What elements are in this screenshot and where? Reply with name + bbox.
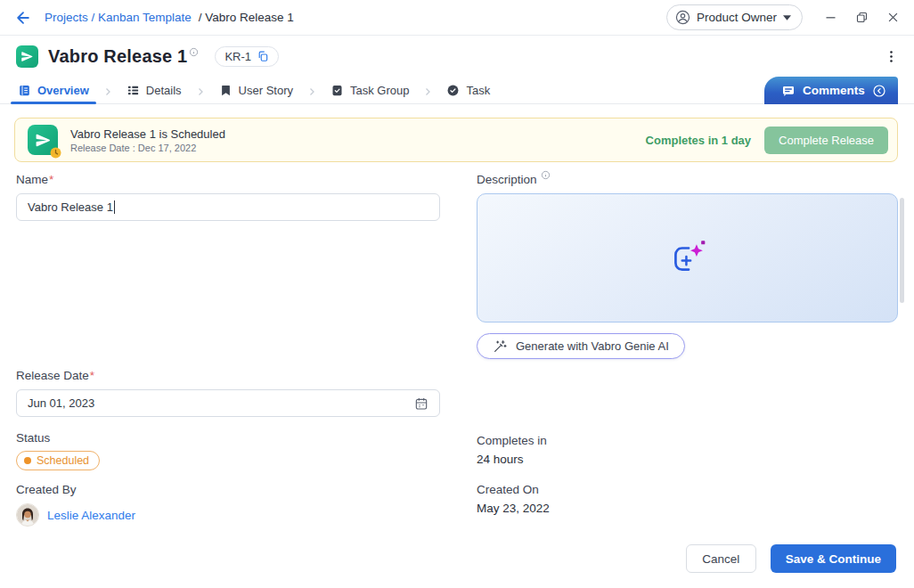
clock-badge-icon	[50, 146, 61, 158]
copy-icon[interactable]	[257, 50, 269, 62]
footer-actions: Cancel Save & Continue	[686, 544, 896, 573]
page-title: Vabro Release 1	[48, 46, 187, 67]
status-label: Status	[16, 431, 440, 445]
info-icon	[189, 45, 199, 54]
release-icon	[28, 125, 58, 155]
tab-task[interactable]: Task	[446, 77, 490, 103]
release-date-label: Release Date*	[16, 369, 440, 382]
release-id-badge: KR-1	[215, 46, 279, 67]
minimize-icon[interactable]	[824, 11, 837, 24]
calendar-icon[interactable]	[414, 396, 428, 411]
created-on-label: Created On	[477, 483, 898, 496]
release-icon	[16, 45, 38, 68]
generate-with-ai-button[interactable]: Generate with Vabro Genie AI	[477, 333, 685, 359]
user-story-icon	[219, 84, 233, 97]
chevron-right-icon	[422, 85, 433, 95]
tab-label: Task Group	[350, 84, 409, 97]
chevron-down-icon	[783, 15, 791, 20]
chevron-right-icon	[102, 85, 113, 95]
countdown-text: Completes in 1 day	[646, 134, 751, 147]
breadcrumb-links[interactable]: Projects / Kanban Template	[45, 11, 192, 24]
created-on-value: May 23, 2022	[477, 502, 898, 515]
completes-in-label: Completes in	[477, 434, 898, 447]
tab-details[interactable]: Details	[126, 77, 182, 103]
comments-label: Comments	[803, 84, 865, 97]
created-by-user-link[interactable]: Leslie Alexander	[47, 509, 135, 522]
page-header: Vabro Release 1 KR-1	[0, 36, 914, 77]
release-date-input[interactable]: Jun 01, 2023	[16, 389, 440, 417]
task-group-icon	[331, 84, 344, 97]
info-icon	[541, 169, 551, 179]
tab-task-group[interactable]: Task Group	[331, 77, 409, 103]
created-on-block: Created On May 23, 2022	[477, 483, 898, 515]
breadcrumb: Projects / Kanban Template / Vabro Relea…	[45, 11, 294, 24]
banner-subtitle: Release Date : Dec 17, 2022	[70, 143, 225, 153]
user-icon	[675, 10, 690, 25]
tab-user-story[interactable]: User Story	[219, 77, 293, 103]
status-value: Scheduled	[37, 454, 89, 467]
status-dot	[24, 457, 31, 464]
cancel-button[interactable]: Cancel	[686, 544, 756, 573]
close-icon[interactable]	[886, 11, 900, 24]
tab-overview[interactable]: Overview	[18, 77, 89, 103]
banner-texts: Vabro Release 1 is Scheduled Release Dat…	[70, 127, 225, 153]
complete-release-button[interactable]: Complete Release	[764, 127, 888, 154]
avatar	[16, 503, 39, 527]
tab-label: User Story	[239, 84, 293, 97]
collapse-icon	[872, 84, 886, 98]
text-cursor	[114, 200, 115, 214]
comments-icon	[781, 84, 796, 98]
created-by-label: Created By	[16, 483, 440, 496]
name-label: Name*	[16, 173, 440, 186]
role-label: Product Owner	[697, 11, 777, 24]
tab-label: Task	[466, 84, 490, 97]
titlebar: Projects / Kanban Template / Vabro Relea…	[0, 0, 914, 36]
role-selector[interactable]: Product Owner	[666, 4, 803, 30]
required-asterisk: *	[49, 173, 53, 186]
window-controls	[824, 11, 900, 24]
ai-sparkle-icon	[667, 238, 708, 279]
app-window: Projects / Kanban Template / Vabro Relea…	[0, 0, 914, 588]
chevron-right-icon	[306, 85, 317, 95]
required-asterisk: *	[90, 369, 94, 382]
task-icon	[446, 84, 460, 97]
restore-icon[interactable]	[855, 11, 869, 24]
generate-label: Generate with Vabro Genie AI	[516, 339, 669, 353]
more-options-icon[interactable]	[882, 47, 900, 65]
save-continue-button[interactable]: Save & Continue	[771, 544, 896, 573]
details-icon	[126, 84, 140, 97]
tab-bar: Overview Details User Story Task Group T	[0, 77, 914, 104]
overview-icon	[18, 84, 31, 97]
banner-title: Vabro Release 1 is Scheduled	[70, 127, 225, 141]
completes-in-block: Completes in 24 hours	[477, 434, 898, 466]
breadcrumb-current: / Vabro Release 1	[199, 11, 294, 24]
created-by-row: Leslie Alexander	[16, 503, 440, 527]
form-left-column: Name* Vabro Release 1 Release Date* Jun …	[16, 162, 440, 527]
release-id: KR-1	[224, 50, 251, 63]
form-right-column: Description Generate with Vabro Genie AI…	[477, 162, 898, 515]
completes-in-value: 24 hours	[477, 453, 898, 466]
description-editor[interactable]	[477, 193, 898, 323]
chevron-right-icon	[195, 85, 206, 95]
tab-label: Overview	[37, 84, 89, 97]
comments-tab[interactable]: Comments	[764, 77, 898, 104]
release-status-banner: Vabro Release 1 is Scheduled Release Dat…	[14, 118, 898, 162]
release-date-value: Jun 01, 2023	[28, 396, 94, 410]
name-input[interactable]: Vabro Release 1	[16, 193, 440, 221]
magic-wand-icon	[493, 339, 507, 354]
tab-label: Details	[146, 84, 182, 97]
status-badge: Scheduled	[16, 451, 100, 470]
description-label: Description	[477, 173, 898, 186]
name-input-value: Vabro Release 1	[28, 200, 113, 214]
scrollbar-thumb[interactable]	[900, 198, 904, 303]
back-arrow-icon[interactable]	[14, 9, 32, 27]
